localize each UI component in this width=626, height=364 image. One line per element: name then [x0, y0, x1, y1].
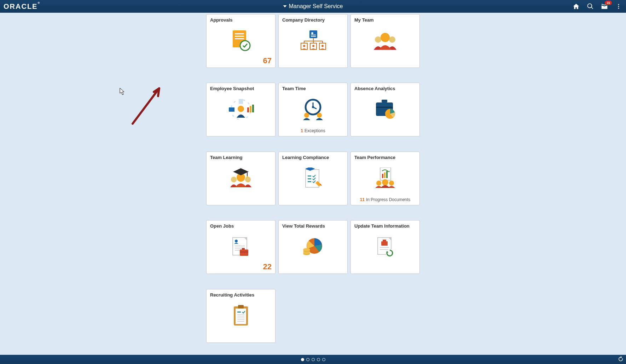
briefcase-pie-icon [369, 97, 401, 122]
snapshot-icon [225, 97, 257, 122]
tile-status: 11In Progress Documents [351, 197, 419, 202]
svg-rect-33 [250, 106, 251, 112]
update-doc-icon [369, 235, 401, 259]
tile-recruiting-activities[interactable]: Recruiting Activities [206, 289, 276, 343]
page-dot[interactable] [312, 358, 315, 361]
approvals-icon [225, 29, 257, 53]
tile-title: View Total Rewards [282, 223, 325, 229]
clipboard-icon [225, 304, 257, 328]
svg-point-66 [389, 181, 394, 186]
tile-title: Open Jobs [210, 223, 234, 229]
tile-approvals[interactable]: Approvals 67 [206, 14, 276, 68]
tile-title: Team Time [282, 86, 306, 91]
svg-point-81 [303, 248, 310, 251]
svg-point-22 [321, 45, 324, 47]
tile-title: Recruiting Activities [210, 292, 254, 298]
svg-point-52 [247, 176, 248, 177]
team-icon [369, 29, 401, 53]
footer-bar [0, 355, 626, 364]
jobs-icon [225, 235, 257, 259]
compliance-doc-icon [297, 166, 329, 191]
svg-point-24 [389, 36, 395, 43]
tile-count: 22 [263, 262, 272, 271]
svg-point-23 [375, 36, 381, 43]
svg-rect-76 [240, 252, 248, 252]
actions-menu-icon[interactable] [615, 2, 622, 10]
page-dot[interactable] [322, 358, 325, 361]
tile-open-jobs[interactable]: Open Jobs 22 [206, 220, 276, 274]
svg-point-9 [311, 32, 313, 34]
svg-point-67 [382, 179, 388, 186]
notifications-badge: 15 [605, 1, 612, 5]
tile-status: 1Exceptions [279, 128, 347, 133]
svg-point-1 [618, 6, 619, 7]
svg-rect-11 [311, 36, 316, 37]
tile-count: 67 [263, 56, 272, 65]
page-dots[interactable] [301, 358, 325, 361]
svg-point-47 [245, 177, 251, 182]
tile-team-learning[interactable]: Team Learning [206, 152, 276, 205]
tile-title: Team Learning [210, 155, 243, 160]
svg-point-46 [231, 177, 237, 182]
svg-rect-91 [236, 309, 246, 324]
tile-title: Company Directory [282, 17, 325, 23]
svg-rect-44 [376, 107, 393, 108]
tile-employee-snapshot[interactable]: Employee Snapshot [206, 83, 276, 136]
page-dot[interactable] [317, 358, 320, 361]
page-dot[interactable] [301, 358, 304, 361]
svg-rect-42 [382, 100, 387, 102]
svg-rect-34 [252, 105, 254, 112]
grad-team-icon [225, 166, 257, 191]
svg-point-2 [618, 8, 619, 9]
svg-rect-6 [235, 38, 244, 39]
svg-rect-4 [235, 33, 244, 34]
search-icon[interactable] [586, 2, 594, 10]
tile-title: Team Performance [354, 155, 395, 160]
svg-rect-30 [239, 99, 243, 104]
tile-my-team[interactable]: My Team [350, 14, 420, 68]
org-chart-icon [297, 29, 329, 53]
performance-icon [369, 166, 401, 191]
svg-rect-53 [306, 170, 319, 187]
svg-rect-63 [386, 171, 388, 178]
svg-rect-10 [311, 35, 316, 35]
svg-rect-92 [238, 305, 244, 309]
tile-title: Employee Snapshot [210, 86, 254, 91]
app-header: ORACLE® Manager Self Service 15 [0, 0, 626, 13]
svg-point-40 [304, 113, 309, 118]
svg-rect-8 [309, 30, 317, 38]
rewards-pie-icon [297, 235, 329, 259]
tile-view-total-rewards[interactable]: View Total Rewards [278, 220, 348, 274]
svg-rect-50 [240, 171, 242, 172]
svg-point-0 [618, 4, 619, 5]
tile-team-time[interactable]: Team Time 1Exceptions [278, 83, 348, 136]
tile-team-performance[interactable]: Team Performance 11In [350, 152, 420, 205]
tile-title: Learning Compliance [282, 155, 329, 160]
notifications-icon[interactable]: 15 [601, 2, 608, 10]
svg-rect-31 [229, 107, 234, 112]
tile-company-directory[interactable]: Company Directory [278, 14, 348, 68]
tile-grid: Approvals 67 Company Directory [206, 14, 420, 355]
tile-learning-compliance[interactable]: Learning Compliance [278, 152, 348, 205]
svg-point-25 [381, 33, 390, 42]
tile-update-team-info[interactable]: Update Team Information [350, 220, 420, 274]
svg-point-35 [238, 106, 244, 112]
svg-rect-75 [240, 249, 248, 256]
svg-rect-5 [235, 36, 244, 37]
svg-rect-61 [382, 174, 383, 178]
svg-point-39 [312, 106, 314, 108]
svg-point-18 [303, 45, 305, 47]
page-title-dropdown[interactable]: Manager Self Service [283, 3, 343, 10]
tile-absence-analytics[interactable]: Absence Analytics [350, 83, 420, 136]
tile-title: Approvals [210, 17, 233, 23]
page-dot[interactable] [306, 358, 309, 361]
svg-point-65 [376, 181, 381, 186]
caret-down-icon [283, 5, 287, 7]
content-area: Approvals 67 Company Directory [0, 13, 626, 355]
svg-rect-32 [247, 107, 249, 112]
header-actions: 15 [572, 2, 622, 10]
svg-point-20 [312, 45, 314, 47]
page-title: Manager Self Service [289, 3, 343, 10]
home-icon[interactable] [572, 2, 580, 10]
refresh-icon[interactable] [618, 356, 624, 364]
